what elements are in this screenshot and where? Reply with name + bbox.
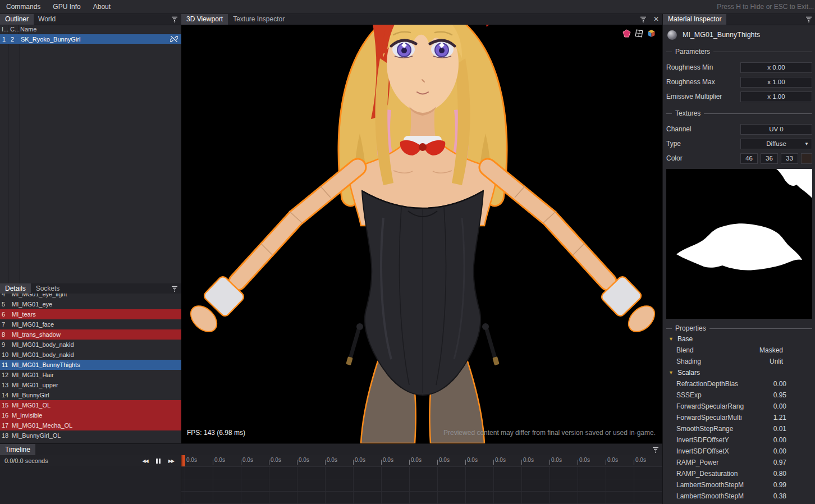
tab-details[interactable]: Details <box>0 283 31 294</box>
timeline-tick: 0.0s <box>297 455 325 466</box>
timeline-panel: Timeline 0.0/0.0 seconds ◀◀ ▶▶ 0.0s 0.0s… <box>0 443 662 504</box>
collapse-arrow-icon: ▼ <box>669 337 674 342</box>
scalar-row[interactable]: RAMP_Desaturation 0.80 <box>663 468 815 479</box>
material-row[interactable]: 4 MI_MG01_eye_light <box>0 294 181 299</box>
scalar-row[interactable]: Facial_Effect_01 <box>663 502 815 504</box>
tab-sockets[interactable]: Sockets <box>31 283 65 294</box>
material-list: 4 MI_MG01_eye_light 5 MI_MG01_eye 6 MI_t… <box>0 294 181 443</box>
material-row[interactable]: 15 MI_MG01_OL <box>0 400 181 410</box>
colored-cube-icon[interactable] <box>647 29 656 38</box>
timeline-tick: 0.0s <box>409 455 437 466</box>
unlink-icon[interactable] <box>170 35 181 43</box>
material-inspector-panel: Material Inspector MI_MG01_BunnyThights … <box>662 13 815 504</box>
color-swatch[interactable] <box>801 153 812 164</box>
playhead[interactable] <box>181 455 185 466</box>
leotard <box>362 191 483 395</box>
scalar-row[interactable]: RAMP_Power 0.97 <box>663 457 815 468</box>
material-row[interactable]: 10 MI_MG01_body_nakid <box>0 350 181 360</box>
close-icon[interactable]: ✕ <box>650 13 662 25</box>
material-row[interactable]: 12 MI_MG01_Hair <box>0 370 181 380</box>
tab-material-inspector[interactable]: Material Inspector <box>663 13 726 25</box>
scalar-row[interactable]: ForwardSpecularRang 0.00 <box>663 401 815 412</box>
fast-forward-icon[interactable]: ▶▶ <box>168 459 174 464</box>
timeline-tick: 0.0s <box>521 455 550 466</box>
tab-outliner[interactable]: Outliner <box>0 13 34 25</box>
material-row[interactable]: 14 MI_BunnyGirl <box>0 390 181 400</box>
tab-timeline[interactable]: Timeline <box>0 444 35 455</box>
timeline-tick: 0.0s <box>550 455 578 466</box>
material-row[interactable]: 11 MI_MG01_BunnyThights <box>0 360 181 370</box>
texture-type-dropdown[interactable]: Diffuse ▼ <box>740 139 812 149</box>
tab-texture-inspector[interactable]: Texture Inspector <box>228 13 290 25</box>
material-row[interactable]: 6 MI_tears <box>0 309 181 319</box>
timeline-grid[interactable] <box>181 466 662 504</box>
character-render <box>181 25 662 443</box>
outliner-column-headers: I... C... Name <box>0 25 181 34</box>
material-row[interactable]: 9 MI_MG01_body_nakid <box>0 340 181 350</box>
section-textures: Textures <box>663 108 815 118</box>
outliner-root-label[interactable]: World <box>34 13 60 25</box>
material-row[interactable]: 7 MI_MG01_face <box>0 319 181 329</box>
gem-icon[interactable] <box>622 29 631 38</box>
color-g-field[interactable]: 36 <box>761 153 778 164</box>
tab-3d-viewport[interactable]: 3D Viewport <box>181 13 228 25</box>
timeline-tick: 0.0s <box>269 455 297 466</box>
column-header[interactable]: Name <box>19 25 181 34</box>
scalar-row[interactable]: InvertSDFOffsetY 0.00 <box>663 434 815 446</box>
column-header[interactable]: C... <box>8 25 19 34</box>
timeline-tick: 0.0s <box>465 455 493 466</box>
dropdown-arrow-icon: ▼ <box>804 141 809 146</box>
material-row[interactable]: 5 MI_MG01_eye <box>0 299 181 309</box>
timeline-tick: 0.0s <box>606 455 634 466</box>
scalar-row[interactable]: LambertSmoothStepM 0.99 <box>663 479 815 491</box>
viewport-toolbar <box>622 29 656 38</box>
parameter-value-field[interactable]: x 1.00 <box>740 77 812 88</box>
filter-icon[interactable] <box>802 13 815 25</box>
column-header[interactable]: I... <box>0 25 8 34</box>
timeline-tick: 0.0s <box>241 455 269 466</box>
timeline-tick: 0.0s <box>437 455 465 466</box>
material-row[interactable]: 13 MI_MG01_upper <box>0 380 181 390</box>
menu-item[interactable]: Commands <box>0 0 47 13</box>
texture-preview[interactable] <box>666 169 812 319</box>
rewind-icon[interactable]: ◀◀ <box>142 459 148 464</box>
property-row[interactable]: Shading Unlit <box>663 356 815 367</box>
parameter-value-field[interactable]: x 1.00 <box>740 91 812 102</box>
scalar-row[interactable]: SSSExp 0.95 <box>663 390 815 401</box>
filter-icon[interactable] <box>168 13 181 25</box>
group-scalars[interactable]: ▼ Scalars <box>663 367 815 378</box>
parameter-value-field[interactable]: x 0.00 <box>740 62 812 73</box>
color-row: Color 46 36 33 <box>663 151 815 166</box>
material-row[interactable]: 18 MI_BunnyGirl_OL <box>0 430 181 441</box>
scalar-row[interactable]: RefractionDepthBias 0.00 <box>663 378 815 390</box>
material-row[interactable]: 8 MI_trans_shadow <box>0 329 181 340</box>
hide-hint-text: Press H to Hide or ESC to Exit... <box>717 3 815 11</box>
wireframe-plane-icon[interactable] <box>635 29 643 38</box>
filter-icon[interactable] <box>168 283 181 294</box>
menu-item[interactable]: About <box>87 0 117 13</box>
scalar-row[interactable]: LambertSmoothStepM 0.38 <box>663 491 815 502</box>
scalar-row[interactable]: InvertSDFOffsetX 0.00 <box>663 446 815 457</box>
group-base[interactable]: ▼ Base <box>663 333 815 345</box>
color-r-field[interactable]: 46 <box>740 153 758 164</box>
outliner-body[interactable] <box>0 34 181 283</box>
preview-disclaimer: Previewed content may differ from final … <box>443 429 656 437</box>
pause-icon[interactable] <box>155 459 161 464</box>
menu-bar: Commands GPU Info About Press H to Hide … <box>0 0 815 14</box>
filter-icon[interactable] <box>649 444 662 455</box>
property-row[interactable]: Blend Masked <box>663 345 815 356</box>
timeline-tick: 0.0s <box>493 455 521 466</box>
material-row[interactable]: 17 MI_MG01_Mecha_OL <box>0 420 181 430</box>
timeline-ruler[interactable]: 0.0s 0.0s 0.0s 0.0s 0.0s 0.0s 0.0s 0.0s … <box>181 455 662 466</box>
channel-value-field[interactable]: UV 0 <box>740 124 812 135</box>
3d-viewport-canvas[interactable]: FPS: 143 (6.98 ms) Previewed content may… <box>181 25 662 443</box>
parameter-row: Roughness Min x 0.00 <box>663 60 815 75</box>
app-window: Commands GPU Info About Press H to Hide … <box>0 0 815 504</box>
menu-item[interactable]: GPU Info <box>47 0 86 13</box>
outliner-row-selected[interactable]: 1 2 SK_Ryoko_BunnyGirl <box>0 34 181 44</box>
scalar-row[interactable]: SmoothStepRange 0.01 <box>663 423 815 434</box>
material-row[interactable]: 16 M_invisible <box>0 410 181 420</box>
filter-icon[interactable] <box>637 13 650 25</box>
color-b-field[interactable]: 33 <box>781 153 798 164</box>
scalar-row[interactable]: ForwardSpecularMulti 1.21 <box>663 412 815 423</box>
